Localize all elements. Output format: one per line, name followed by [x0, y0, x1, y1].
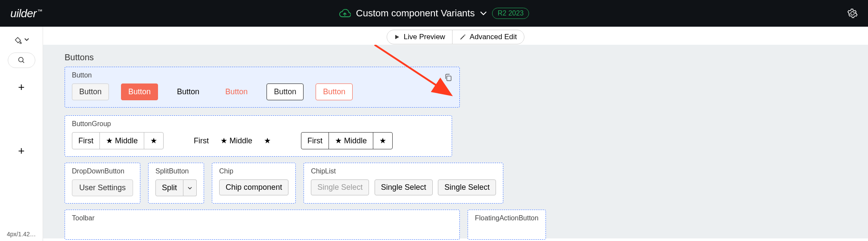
main-area: Live Preview Advanced Edit Buttons Butto…	[43, 27, 868, 241]
component-row-3: Toolbar FloatingActionButton	[65, 210, 851, 240]
top-bar-center: Custom component Variants R2 2023	[339, 8, 529, 19]
star-icon: ★	[264, 137, 271, 145]
add-button-1[interactable]: +	[0, 77, 43, 97]
chip[interactable]: Chip component	[219, 179, 288, 195]
bg-star[interactable]: ★	[144, 132, 164, 149]
card-title: Toolbar	[72, 214, 453, 222]
card-title: DropDownButton	[72, 167, 133, 175]
section-title: Buttons	[65, 53, 851, 62]
chip-card[interactable]: Chip Chip component	[212, 163, 296, 204]
preview-bar: Live Preview Advanced Edit	[43, 27, 868, 45]
pencil-icon	[459, 34, 466, 40]
card-title: Chip	[219, 167, 288, 175]
search-icon	[18, 56, 25, 64]
bg-middle[interactable]: ★ Middle	[99, 132, 144, 149]
card-title: FloatingActionButton	[475, 214, 539, 222]
split-arrow[interactable]	[183, 179, 197, 196]
sidebar-footer: 4px/1.42…	[0, 231, 43, 238]
play-icon	[394, 34, 400, 40]
project-name[interactable]: Custom component Variants	[356, 8, 475, 19]
trademark: ™	[37, 8, 43, 14]
cloud-upload-icon[interactable]	[339, 9, 351, 18]
bg-first[interactable]: First	[188, 132, 215, 149]
button-outline[interactable]: Button	[267, 83, 304, 100]
button-outline-primary[interactable]: Button	[316, 83, 353, 100]
button-card[interactable]: Button Button Button Button Button Butto…	[65, 67, 460, 108]
chip-3[interactable]: Single Select	[438, 179, 496, 195]
bg-star[interactable]: ★	[373, 132, 393, 149]
toolbar-card[interactable]: Toolbar	[65, 210, 460, 240]
button-group-flat[interactable]: First ★ Middle ★	[188, 132, 277, 149]
canvas: Buttons Button Button Button Button Butt…	[43, 45, 868, 238]
top-bar: uilder™ Custom component Variants R2 202…	[0, 0, 868, 27]
card-title: ChipList	[311, 167, 496, 175]
add-button-2[interactable]: +	[0, 140, 43, 161]
live-preview-label: Live Preview	[403, 33, 445, 41]
component-row-1: Button Button Button Button Button Butto…	[65, 67, 851, 157]
star-icon: ★	[106, 137, 113, 145]
paint-bucket-icon[interactable]	[0, 31, 43, 48]
gear-icon[interactable]	[847, 8, 858, 19]
dropdown-button-card[interactable]: DropDownButton User Settings	[65, 163, 140, 204]
split-main[interactable]: Split	[155, 179, 183, 196]
star-icon: ★	[220, 137, 227, 145]
card-title: SplitButton	[155, 167, 197, 175]
left-sidebar: + + 4px/1.42…	[0, 27, 43, 241]
svg-point-0	[19, 57, 23, 62]
bg-first[interactable]: First	[72, 132, 100, 149]
body: + + 4px/1.42… Live Preview Advanced Edit…	[0, 27, 868, 241]
bg-first[interactable]: First	[301, 132, 329, 149]
search-button[interactable]	[8, 53, 35, 68]
card-title: Button	[72, 71, 92, 79]
button-group-default[interactable]: First ★ Middle ★	[72, 132, 164, 149]
button-group-outline[interactable]: First ★ Middle ★	[301, 132, 393, 149]
chip-1[interactable]: Single Select	[311, 179, 369, 195]
chip-2[interactable]: Single Select	[375, 179, 433, 195]
card-title: ButtonGroup	[72, 120, 445, 128]
caret-down-icon	[188, 187, 192, 189]
chiplist-card[interactable]: ChipList Single Select Single Select Sin…	[304, 163, 503, 204]
button-flat-primary[interactable]: Button	[218, 84, 254, 100]
star-icon: ★	[379, 137, 386, 145]
component-row-2: DropDownButton User Settings SplitButton…	[65, 163, 851, 204]
dropdown-button[interactable]: User Settings	[72, 179, 133, 196]
bg-middle[interactable]: ★ Middle	[214, 132, 258, 149]
star-icon: ★	[335, 137, 342, 145]
svg-rect-1	[447, 76, 451, 81]
preview-pill: Live Preview Advanced Edit	[387, 30, 524, 44]
live-preview-button[interactable]: Live Preview	[387, 30, 452, 44]
bg-star[interactable]: ★	[258, 132, 277, 149]
copy-icon[interactable]	[444, 73, 453, 82]
advanced-edit-label: Advanced Edit	[470, 33, 517, 41]
release-tag[interactable]: R2 2023	[492, 8, 530, 19]
fab-card[interactable]: FloatingActionButton	[468, 210, 546, 240]
split-button-card[interactable]: SplitButton Split	[148, 163, 204, 204]
star-icon: ★	[150, 137, 157, 145]
logo-text: uilder	[10, 7, 37, 20]
button-solid-primary[interactable]: Button	[121, 83, 158, 100]
button-flat[interactable]: Button	[170, 84, 206, 100]
button-group-card[interactable]: ButtonGroup First ★ Middle ★ First ★ Mid…	[65, 115, 452, 157]
split-button[interactable]: Split	[155, 179, 197, 196]
advanced-edit-button[interactable]: Advanced Edit	[453, 30, 524, 44]
chevron-down-icon[interactable]	[480, 11, 487, 15]
button-default[interactable]: Button	[72, 83, 109, 100]
app-logo: uilder™	[10, 7, 42, 20]
bg-middle[interactable]: ★ Middle	[329, 132, 373, 149]
